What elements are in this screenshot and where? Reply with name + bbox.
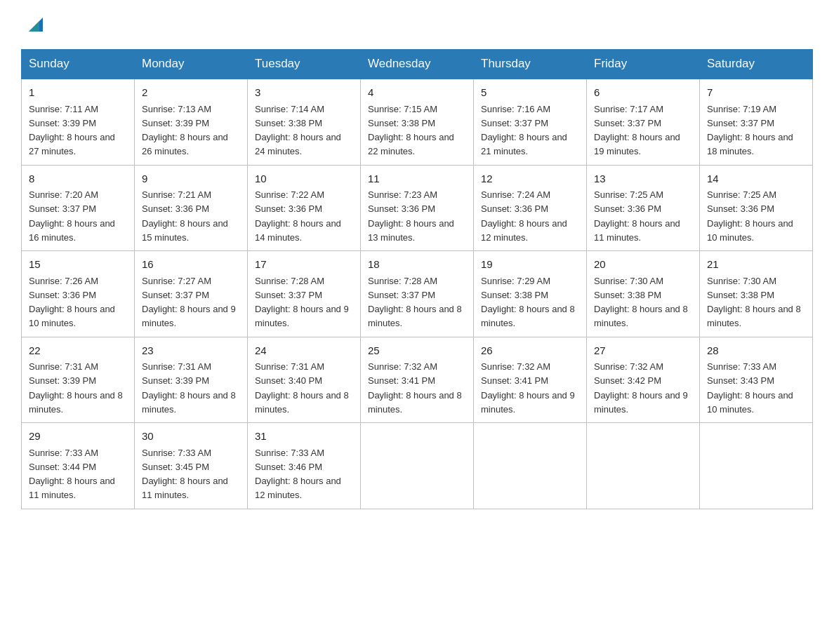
day-number: 12 [481, 171, 579, 187]
day-info: Sunrise: 7:17 AMSunset: 3:37 PMDaylight:… [594, 104, 680, 157]
day-number: 4 [368, 85, 466, 101]
day-info: Sunrise: 7:31 AMSunset: 3:39 PMDaylight:… [142, 361, 236, 415]
calendar-cell: 6Sunrise: 7:17 AMSunset: 3:37 PMDaylight… [587, 79, 700, 165]
calendar-cell: 19Sunrise: 7:29 AMSunset: 3:38 PMDayligh… [474, 251, 587, 337]
day-number: 10 [255, 171, 353, 187]
day-info: Sunrise: 7:28 AMSunset: 3:37 PMDaylight:… [368, 276, 462, 329]
calendar-cell: 17Sunrise: 7:28 AMSunset: 3:37 PMDayligh… [248, 251, 361, 337]
day-info: Sunrise: 7:21 AMSunset: 3:36 PMDaylight:… [142, 189, 228, 243]
day-number: 28 [707, 343, 805, 359]
day-number: 1 [29, 85, 127, 101]
day-info: Sunrise: 7:30 AMSunset: 3:38 PMDaylight:… [707, 276, 801, 329]
calendar-week-row: 8Sunrise: 7:20 AMSunset: 3:37 PMDaylight… [22, 165, 813, 251]
day-info: Sunrise: 7:20 AMSunset: 3:37 PMDaylight:… [29, 189, 115, 243]
calendar-week-row: 22Sunrise: 7:31 AMSunset: 3:39 PMDayligh… [22, 337, 813, 423]
column-header-sunday: Sunday [22, 50, 135, 79]
day-number: 5 [481, 85, 579, 101]
day-info: Sunrise: 7:29 AMSunset: 3:38 PMDaylight:… [481, 276, 575, 329]
day-info: Sunrise: 7:23 AMSunset: 3:36 PMDaylight:… [368, 189, 454, 243]
calendar-cell [700, 423, 813, 509]
day-info: Sunrise: 7:31 AMSunset: 3:39 PMDaylight:… [29, 361, 123, 415]
calendar-week-row: 29Sunrise: 7:33 AMSunset: 3:44 PMDayligh… [22, 423, 813, 509]
day-info: Sunrise: 7:13 AMSunset: 3:39 PMDaylight:… [142, 104, 228, 157]
day-number: 2 [142, 85, 240, 101]
day-number: 13 [594, 171, 692, 187]
column-header-monday: Monday [135, 50, 248, 79]
calendar-cell: 8Sunrise: 7:20 AMSunset: 3:37 PMDaylight… [22, 165, 135, 251]
day-info: Sunrise: 7:32 AMSunset: 3:41 PMDaylight:… [481, 361, 575, 415]
day-info: Sunrise: 7:16 AMSunset: 3:37 PMDaylight:… [481, 104, 567, 157]
day-number: 31 [255, 429, 353, 445]
day-number: 21 [707, 257, 805, 273]
day-number: 29 [29, 429, 127, 445]
logo-triangle-icon [25, 14, 46, 35]
column-header-thursday: Thursday [474, 50, 587, 79]
calendar-cell: 4Sunrise: 7:15 AMSunset: 3:38 PMDaylight… [361, 79, 474, 165]
calendar-cell: 22Sunrise: 7:31 AMSunset: 3:39 PMDayligh… [22, 337, 135, 423]
day-info: Sunrise: 7:14 AMSunset: 3:38 PMDaylight:… [255, 104, 341, 157]
column-header-friday: Friday [587, 50, 700, 79]
calendar-cell: 11Sunrise: 7:23 AMSunset: 3:36 PMDayligh… [361, 165, 474, 251]
logo [21, 14, 49, 35]
day-number: 25 [368, 343, 466, 359]
calendar-cell: 13Sunrise: 7:25 AMSunset: 3:36 PMDayligh… [587, 165, 700, 251]
day-info: Sunrise: 7:32 AMSunset: 3:42 PMDaylight:… [594, 361, 688, 415]
day-info: Sunrise: 7:33 AMSunset: 3:43 PMDaylight:… [707, 361, 793, 415]
svg-marker-1 [29, 21, 39, 32]
calendar-cell: 30Sunrise: 7:33 AMSunset: 3:45 PMDayligh… [135, 423, 248, 509]
day-info: Sunrise: 7:25 AMSunset: 3:36 PMDaylight:… [707, 189, 793, 243]
calendar-cell: 12Sunrise: 7:24 AMSunset: 3:36 PMDayligh… [474, 165, 587, 251]
day-number: 3 [255, 85, 353, 101]
day-number: 11 [368, 171, 466, 187]
calendar-cell: 20Sunrise: 7:30 AMSunset: 3:38 PMDayligh… [587, 251, 700, 337]
column-header-tuesday: Tuesday [248, 50, 361, 79]
calendar-cell [361, 423, 474, 509]
day-info: Sunrise: 7:22 AMSunset: 3:36 PMDaylight:… [255, 189, 341, 243]
calendar-header-row: SundayMondayTuesdayWednesdayThursdayFrid… [22, 50, 813, 79]
day-info: Sunrise: 7:28 AMSunset: 3:37 PMDaylight:… [255, 276, 349, 329]
calendar-table: SundayMondayTuesdayWednesdayThursdayFrid… [21, 49, 813, 509]
day-number: 19 [481, 257, 579, 273]
day-number: 22 [29, 343, 127, 359]
calendar-cell: 3Sunrise: 7:14 AMSunset: 3:38 PMDaylight… [248, 79, 361, 165]
day-number: 24 [255, 343, 353, 359]
calendar-cell: 24Sunrise: 7:31 AMSunset: 3:40 PMDayligh… [248, 337, 361, 423]
calendar-cell: 21Sunrise: 7:30 AMSunset: 3:38 PMDayligh… [700, 251, 813, 337]
calendar-cell: 23Sunrise: 7:31 AMSunset: 3:39 PMDayligh… [135, 337, 248, 423]
calendar-week-row: 15Sunrise: 7:26 AMSunset: 3:36 PMDayligh… [22, 251, 813, 337]
calendar-cell: 26Sunrise: 7:32 AMSunset: 3:41 PMDayligh… [474, 337, 587, 423]
calendar-cell: 25Sunrise: 7:32 AMSunset: 3:41 PMDayligh… [361, 337, 474, 423]
day-number: 6 [594, 85, 692, 101]
day-number: 7 [707, 85, 805, 101]
calendar-cell: 2Sunrise: 7:13 AMSunset: 3:39 PMDaylight… [135, 79, 248, 165]
day-number: 20 [594, 257, 692, 273]
day-info: Sunrise: 7:27 AMSunset: 3:37 PMDaylight:… [142, 276, 236, 329]
day-info: Sunrise: 7:24 AMSunset: 3:36 PMDaylight:… [481, 189, 567, 243]
day-info: Sunrise: 7:33 AMSunset: 3:46 PMDaylight:… [255, 448, 341, 501]
calendar-cell: 16Sunrise: 7:27 AMSunset: 3:37 PMDayligh… [135, 251, 248, 337]
day-info: Sunrise: 7:26 AMSunset: 3:36 PMDaylight:… [29, 276, 115, 329]
day-info: Sunrise: 7:19 AMSunset: 3:37 PMDaylight:… [707, 104, 793, 157]
calendar-cell: 5Sunrise: 7:16 AMSunset: 3:37 PMDaylight… [474, 79, 587, 165]
day-number: 27 [594, 343, 692, 359]
day-number: 8 [29, 171, 127, 187]
day-info: Sunrise: 7:31 AMSunset: 3:40 PMDaylight:… [255, 361, 349, 415]
calendar-cell: 29Sunrise: 7:33 AMSunset: 3:44 PMDayligh… [22, 423, 135, 509]
column-header-saturday: Saturday [700, 50, 813, 79]
calendar-cell: 1Sunrise: 7:11 AMSunset: 3:39 PMDaylight… [22, 79, 135, 165]
calendar-cell [474, 423, 587, 509]
calendar-cell: 10Sunrise: 7:22 AMSunset: 3:36 PMDayligh… [248, 165, 361, 251]
day-info: Sunrise: 7:33 AMSunset: 3:45 PMDaylight:… [142, 448, 228, 501]
column-header-wednesday: Wednesday [361, 50, 474, 79]
page-header [21, 14, 813, 35]
day-number: 15 [29, 257, 127, 273]
day-info: Sunrise: 7:11 AMSunset: 3:39 PMDaylight:… [29, 104, 115, 157]
day-info: Sunrise: 7:25 AMSunset: 3:36 PMDaylight:… [594, 189, 680, 243]
calendar-cell: 18Sunrise: 7:28 AMSunset: 3:37 PMDayligh… [361, 251, 474, 337]
day-number: 30 [142, 429, 240, 445]
calendar-cell: 28Sunrise: 7:33 AMSunset: 3:43 PMDayligh… [700, 337, 813, 423]
day-number: 16 [142, 257, 240, 273]
day-number: 23 [142, 343, 240, 359]
day-info: Sunrise: 7:33 AMSunset: 3:44 PMDaylight:… [29, 448, 115, 501]
day-number: 26 [481, 343, 579, 359]
